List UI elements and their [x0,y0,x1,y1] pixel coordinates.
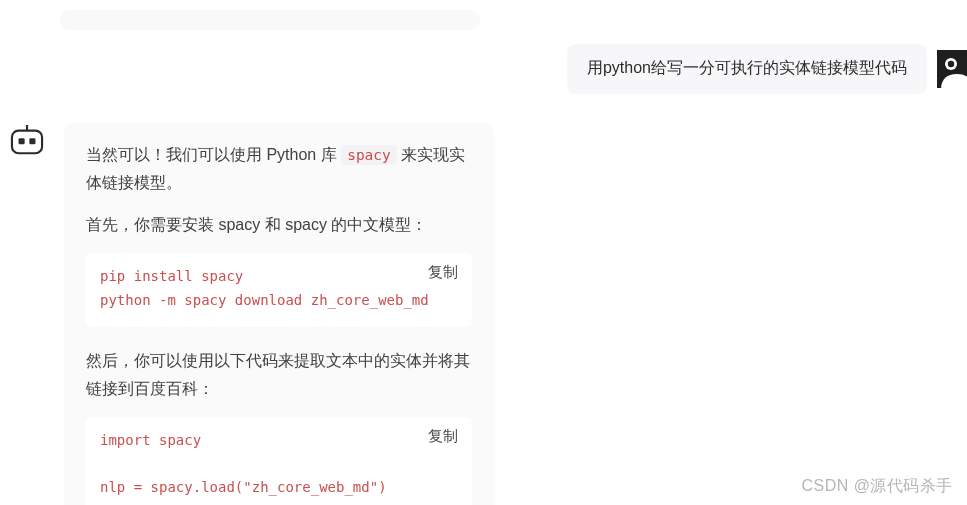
code-block-main: 复制 import spacy nlp = spacy.load("zh_cor… [86,417,472,505]
code-line-import: import spacy [100,432,201,448]
inline-code-spacy: spacy [341,145,397,165]
copy-button[interactable]: 复制 [428,263,458,282]
bot-avatar [8,125,46,157]
bot-intro-before: 当然可以！我们可以使用 Python 库 [86,146,341,163]
user-message-row: 用python给写一分可执行的实体链接模型代码 [0,44,967,93]
code-block-install: 复制 pip install spacy python -m spacy dow… [86,253,472,327]
svg-rect-7 [29,138,35,144]
user-message-bubble: 用python给写一分可执行的实体链接模型代码 [567,44,927,93]
bot-step1-text: 首先，你需要安装 spacy 和 spacy 的中文模型： [86,211,472,239]
user-message-text: 用python给写一分可执行的实体链接模型代码 [587,59,907,76]
code-line-load-a: nlp = spacy.load( [100,479,243,495]
code-line-load-b: "zh_core_web_md" [243,479,378,495]
svg-rect-5 [12,131,42,154]
previous-bot-bubble-tail [60,10,480,30]
bot-message-row: 当然可以！我们可以使用 Python 库 spacy 来实现实体链接模型。 首先… [0,123,967,505]
svg-rect-6 [19,138,25,144]
code-main-content: import spacy nlp = spacy.load("zh_core_w… [100,429,458,505]
code-line-load-c: ) [378,479,386,495]
copy-button[interactable]: 复制 [428,427,458,446]
bot-intro-paragraph: 当然可以！我们可以使用 Python 库 spacy 来实现实体链接模型。 [86,141,472,197]
bot-message-bubble: 当然可以！我们可以使用 Python 库 spacy 来实现实体链接模型。 首先… [64,123,494,505]
bot-step2-text: 然后，你可以使用以下代码来提取文本中的实体并将其链接到百度百科： [86,347,472,403]
user-avatar [937,50,967,88]
code-install-content: pip install spacy python -m spacy downlo… [100,265,458,313]
svg-point-2 [948,60,954,66]
